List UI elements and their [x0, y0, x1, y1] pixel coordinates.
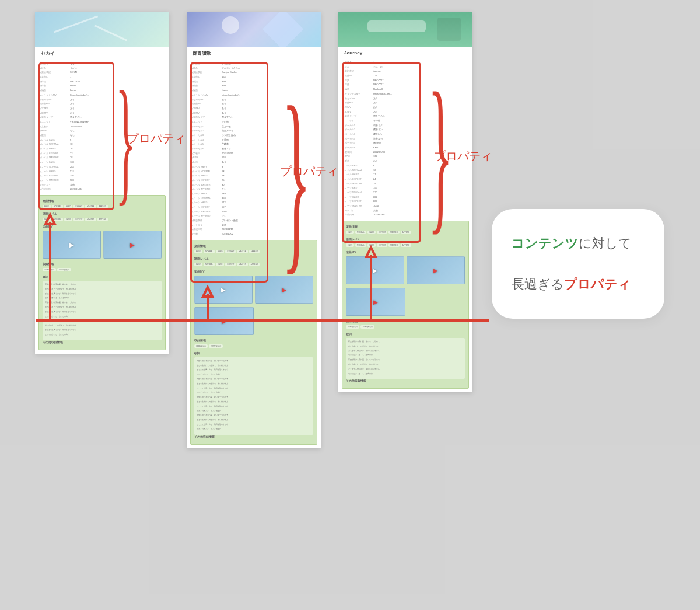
property-row: 楽曲ID1 [40, 75, 164, 79]
lyrics-line: 君と出会えたこの世界で 歌い続けるよ [348, 345, 463, 348]
property-key: 実装日 [40, 124, 70, 129]
chip: NORMAL [52, 205, 63, 208]
property-value: Journey [373, 69, 468, 74]
mv-thumbnail[interactable] [103, 231, 162, 259]
chip: APPEND [97, 205, 108, 208]
property-value: 初音ミク [373, 123, 468, 128]
content-heading-info: 楽曲情報 [43, 199, 162, 203]
content-heading-lyrics: 歌詞 [194, 351, 313, 355]
property-value: KAITO [373, 145, 468, 150]
property-row: 英語表記Gunjou Sanka [191, 70, 316, 75]
property-row: ボーカル2花里みのり [191, 128, 316, 133]
property-row: レベル MASTER28 [40, 155, 164, 160]
content-block: 楽曲情報EASYNORMALHARDEXPERTMASTERAPPEND譜面レベ… [190, 240, 317, 445]
property-row: レベル HARD16 [40, 147, 164, 151]
property-value: 130 [70, 160, 164, 165]
property-row: 2DMVあり [343, 105, 468, 110]
property-key: 編曲 [343, 87, 373, 92]
property-row: 編曲Rockwell [343, 87, 468, 92]
property-key: 楽曲名 [191, 61, 222, 66]
property-row: ノーツ EASY155 [343, 186, 468, 190]
property-key: ノーツ HARD [191, 200, 222, 205]
lyrics-line: どこまでも響く声が 明日を照らすから [348, 368, 463, 371]
property-key: 楽曲ID [191, 75, 222, 79]
property-key: レベル NORMAL [40, 142, 70, 147]
property-key: ノーツ EASY [40, 160, 70, 165]
mv-thumbnail[interactable] [194, 276, 253, 304]
property-value: 書き下ろし [373, 114, 468, 118]
chip: EASY [346, 231, 354, 234]
property-row: レベル MASTER29 [343, 182, 468, 186]
property-key: ボーカル2 [343, 127, 373, 132]
property-row: BPM168 [191, 155, 316, 160]
property-row: ノーツ EXPERT880 [343, 199, 468, 204]
release-row: 3DMV実装日2DMV実装日 [43, 268, 162, 271]
property-value: あり [373, 105, 468, 110]
property-value: 25 [222, 178, 316, 183]
property-key: レベル EXPERT [343, 177, 373, 182]
property-value: 227 [373, 74, 468, 78]
mv-thumbnail[interactable] [255, 276, 313, 304]
lyrics-line: 夜空を翔ける流れ星 願いを一つ込めて [45, 283, 159, 286]
difficulty-chips: EASYNORMALHARDEXPERTMASTERAPPEND [43, 205, 162, 208]
content-heading-vocal: 収録情報 [43, 262, 162, 266]
property-value: Gunjou Sanka [222, 70, 316, 75]
property-row: 原曲MVあり [191, 102, 316, 106]
property-row: 実装日2021/09/30 [191, 151, 316, 156]
page-banner [187, 12, 321, 47]
property-value: 602 [373, 195, 468, 200]
property-key: 2DMV [343, 105, 373, 110]
property-row: オリジナルMVhttps://youtu.be/... [40, 93, 164, 97]
lyrics-line: 君と出会えたこの世界で 歌い続けるよ [348, 363, 463, 366]
chip: NORMAL [204, 250, 215, 253]
property-value: kemu [70, 83, 164, 88]
property-value: 星乃一歌 [222, 124, 316, 129]
release-chip: 2DMV実装日 [209, 344, 222, 348]
content-heading-info: 楽曲情報 [194, 244, 313, 248]
lyrics-line: セカイはきっと もっと自由だ [197, 428, 311, 431]
property-row: ボーカル5MEIKO [343, 141, 468, 145]
chip: EXPERT [225, 250, 236, 253]
property-key: 作曲 [191, 83, 222, 88]
property-row: 作成日時2023/01/15 [191, 227, 316, 232]
property-key: ボーカル3 [191, 133, 222, 138]
mv-thumbnail[interactable] [346, 256, 404, 284]
callout-line-2: 長過ぎるプロパティ [512, 276, 645, 293]
chip: NORMAL [355, 231, 366, 234]
property-row: ノーツ MASTER1202 [191, 210, 316, 214]
property-key: 作曲 [40, 83, 70, 88]
property-row: ボーカル6初音ミク [191, 147, 316, 151]
lyrics-line: 夜空を翔ける流れ星 願いを一つ込めて [197, 360, 311, 362]
property-key: ノーツ HARD [40, 169, 70, 174]
mv-thumbnail[interactable] [43, 231, 101, 259]
property-row: 原曲MVあり [343, 100, 468, 105]
content-heading-lyrics: 歌詞 [43, 275, 162, 278]
property-key: ノーツ MASTER [40, 178, 70, 183]
property-value: 2023/02/01 [373, 212, 468, 217]
property-row: 原曲MVあり [40, 102, 164, 106]
property-key: 読み [343, 65, 373, 69]
lyrics-line: セカイはきっと もっと自由だ [197, 373, 311, 376]
properties-table: 楽曲名セカイ読みせかい英語表記SEKAI楽曲ID1作詞DECO*27作曲kemu… [40, 61, 164, 191]
mv-thumbnail[interactable] [194, 307, 254, 335]
property-value: 初音ミク [222, 147, 316, 151]
property-value: 132 [373, 154, 468, 159]
property-key: レベル APPEND [191, 187, 222, 191]
property-value: 2023/01/01 [70, 187, 164, 191]
property-key: 3DMV [191, 111, 222, 116]
mv-thumbnail[interactable] [407, 256, 465, 284]
property-key: レベル MASTER [343, 182, 373, 186]
mv-thumbnail[interactable] [346, 288, 405, 316]
content-heading-chart: 譜面レベル [346, 238, 465, 241]
property-row: ノーツ MASTER900 [40, 178, 164, 183]
property-value: 284 [70, 165, 164, 169]
property-row: 編曲kemu [40, 88, 164, 93]
property-row: 編曲Numa [191, 88, 316, 93]
property-row: 作詞DECO*27 [40, 79, 164, 84]
property-value: 189 [222, 191, 316, 196]
property-value: なし [222, 214, 316, 218]
property-row: レベル APPENDなし [191, 187, 316, 191]
property-key: ボーカル1 [343, 123, 373, 128]
property-key: 配信 [191, 160, 222, 165]
property-row: 楽曲名セカイ [40, 61, 164, 66]
